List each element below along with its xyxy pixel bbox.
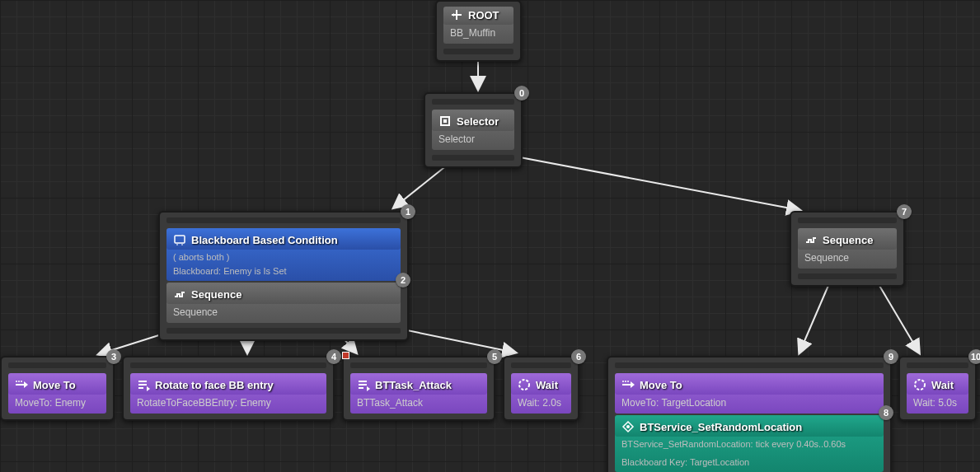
node-output-port[interactable] [432, 155, 514, 161]
wait-icon [518, 378, 531, 391]
execution-index-badge: 3 [106, 349, 121, 364]
selector-title: Selector [457, 115, 499, 128]
service-title: BTService_SetRandomLocation [640, 421, 802, 433]
execution-index-badge: 0 [514, 86, 529, 100]
svg-point-30 [622, 381, 624, 382]
node-input-port[interactable] [798, 217, 897, 223]
decorator-condition: Blackboard: Enemy is Is Set [166, 264, 401, 278]
task-subtitle: MoveTo: TargetLocation [615, 395, 884, 410]
blackboard-decorator[interactable]: 2 Blackboard Based Condition ( aborts bo… [166, 228, 401, 281]
sequence-title: Sequence [823, 234, 873, 246]
selector-node[interactable]: 0 Selector Selector [424, 92, 523, 168]
node-input-port[interactable] [130, 362, 326, 368]
moveto-target-node[interactable]: 9 8 Move To MoveTo: TargetLocation BTSer… [607, 356, 892, 472]
task-title: Move To [640, 379, 682, 391]
svg-marker-27 [367, 386, 370, 391]
svg-marker-23 [147, 386, 150, 391]
execution-index-badge: 9 [884, 349, 898, 364]
decorator-abort: ( aborts both ) [166, 250, 401, 264]
svg-line-8 [799, 276, 832, 353]
moveto-icon [621, 378, 635, 391]
wait-icon [913, 378, 926, 391]
node-input-port[interactable] [8, 362, 106, 368]
wait-2s-node[interactable]: 6 Wait Wait: 2.0s [503, 356, 579, 421]
service-interval: BTService_SetRandomLocation: tick every … [615, 437, 884, 451]
attack-node[interactable]: 5 BTTask_Attack BTTask_Attack [342, 356, 495, 421]
execution-index-badge: 2 [396, 273, 410, 287]
service-icon [621, 420, 635, 433]
task-subtitle: Wait: 2.0s [511, 395, 571, 410]
bt-root-node[interactable]: ROOT BB_Muffin [435, 0, 522, 62]
execution-index-badge: 4 [326, 349, 341, 364]
node-input-port[interactable] [166, 217, 401, 223]
sequence-patrol-node[interactable]: 7 Sequence Sequence [790, 211, 905, 287]
node-input-port[interactable] [350, 362, 487, 368]
execution-index-badge: 10 [968, 349, 980, 364]
service-setrandomlocation[interactable]: BTService_SetRandomLocation BTService_Se… [615, 415, 884, 472]
moveto-icon [15, 378, 28, 391]
node-input-port[interactable] [615, 362, 884, 368]
root-icon [450, 8, 463, 21]
svg-marker-16 [24, 381, 28, 388]
sequence-subtitle: Sequence [798, 250, 897, 265]
node-output-port[interactable] [798, 273, 897, 279]
execution-index-badge: 5 [487, 349, 502, 364]
svg-line-9 [874, 276, 919, 353]
task-title: Rotate to face BB entry [155, 379, 274, 391]
moveto-enemy-node[interactable]: 3 Move To MoveTo: Enemy [0, 356, 115, 421]
svg-rect-12 [443, 119, 447, 123]
task-title: Wait [931, 379, 954, 391]
root-subtitle: BB_Muffin [443, 25, 513, 40]
execution-index-badge: 1 [401, 204, 415, 219]
task-subtitle: MoveTo: Enemy [8, 395, 106, 410]
execution-index-badge: 7 [897, 204, 912, 219]
svg-point-35 [915, 380, 925, 390]
svg-point-17 [16, 381, 17, 382]
svg-point-18 [18, 381, 20, 382]
node-output-port[interactable] [443, 49, 513, 54]
node-output-port[interactable] [166, 328, 401, 334]
node-input-port[interactable] [432, 99, 514, 105]
svg-point-32 [627, 381, 629, 382]
task-icon [357, 378, 370, 391]
svg-point-31 [625, 381, 626, 382]
rotate-node[interactable]: 4 Rotate to face BB entry RotateToFaceBB… [122, 356, 335, 421]
node-input-port[interactable] [907, 362, 968, 368]
sequence-subtitle: Sequence [166, 304, 401, 320]
sequence-title: Sequence [191, 288, 241, 301]
svg-point-19 [21, 381, 22, 382]
task-subtitle: BTTask_Attack [350, 395, 487, 410]
decorator-title: Blackboard Based Condition [191, 234, 338, 246]
rotate-icon [137, 378, 150, 391]
execution-index-badge: 6 [571, 349, 586, 364]
svg-marker-29 [631, 381, 635, 388]
svg-rect-13 [175, 236, 185, 243]
selector-subtitle: Selector [432, 131, 514, 147]
svg-marker-10 [452, 13, 454, 16]
task-title: BTTask_Attack [375, 379, 452, 391]
selector-icon [438, 114, 452, 128]
task-subtitle: RotateToFaceBBEntry: Enemy [130, 395, 326, 410]
sequence-enemy-node[interactable]: 1 2 Blackboard Based Condition ( aborts … [158, 211, 409, 341]
wait-5s-node[interactable]: 10 Wait Wait: 5.0s [898, 356, 977, 421]
task-title: Wait [536, 379, 558, 391]
svg-point-34 [626, 425, 630, 428]
svg-line-3 [507, 155, 799, 210]
task-subtitle: Wait: 5.0s [907, 395, 968, 410]
breakpoint-marker[interactable] [342, 352, 349, 359]
sequence-icon [173, 287, 186, 301]
execution-index-badge: 8 [879, 405, 893, 420]
root-title: ROOT [468, 9, 499, 21]
service-key: Blackboard Key: TargetLocation [615, 451, 884, 469]
blackboard-icon [173, 233, 186, 246]
node-input-port[interactable] [511, 362, 571, 368]
task-title: Move To [33, 379, 76, 391]
sequence-icon [804, 233, 818, 246]
svg-point-28 [519, 380, 529, 390]
